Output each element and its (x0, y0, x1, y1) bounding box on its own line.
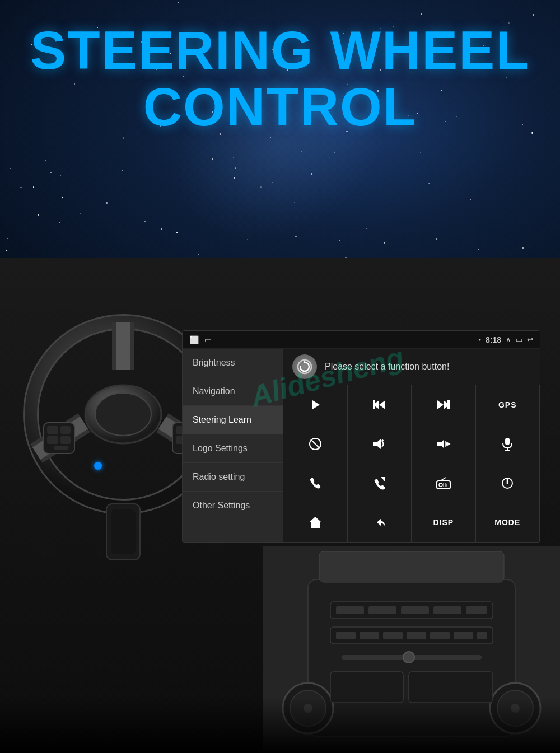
btn-mode[interactable]: MODE (476, 503, 540, 542)
svg-rect-63 (401, 606, 429, 614)
status-dot: ● (478, 337, 481, 342)
title-line1: STEERING WHEEL (0, 22, 560, 79)
status-bar: ⬜ ▭ ● 8:18 ∧ ▭ ↩ (183, 331, 540, 349)
svg-rect-53 (319, 551, 504, 582)
title-section: STEERING WHEEL CONTROL (0, 22, 560, 135)
right-panel: Please select a function button! (283, 349, 540, 542)
svg-marker-34 (373, 439, 381, 449)
svg-rect-11 (47, 426, 58, 434)
btn-vol-up[interactable]: + (348, 424, 412, 464)
btn-call[interactable] (283, 464, 348, 503)
btn-power[interactable] (476, 464, 540, 503)
recent-status-icon: ▭ (204, 335, 212, 344)
menu-item-steering-learn[interactable]: Steering Learn (183, 406, 283, 434)
svg-rect-61 (336, 606, 364, 614)
svg-rect-64 (433, 606, 461, 614)
refresh-icon[interactable] (292, 354, 317, 379)
svg-rect-12 (60, 426, 71, 434)
svg-rect-65 (466, 606, 487, 614)
svg-rect-73 (477, 632, 487, 639)
svg-rect-15 (54, 446, 68, 450)
svg-rect-70 (407, 632, 426, 639)
refresh-svg (297, 359, 312, 375)
svg-marker-25 (312, 400, 320, 409)
svg-rect-13 (47, 436, 58, 444)
status-up-arrow: ∧ (506, 335, 511, 344)
svg-rect-62 (368, 606, 396, 614)
btn-vol-down[interactable] (412, 424, 476, 464)
btn-play[interactable] (283, 385, 348, 424)
blue-indicator-light (94, 462, 102, 470)
svg-point-75 (403, 652, 414, 663)
svg-text:+: + (381, 438, 384, 443)
svg-rect-72 (454, 632, 473, 639)
ground-fade (0, 697, 560, 753)
svg-marker-29 (437, 400, 444, 409)
title-line2: CONTROL (0, 79, 560, 135)
home-status-icon: ⬜ (189, 335, 199, 344)
menu-item-navigation[interactable]: Navigation (183, 377, 283, 406)
svg-line-33 (311, 439, 320, 448)
svg-marker-36 (437, 439, 444, 448)
btn-prev[interactable] (348, 385, 412, 424)
main-title: STEERING WHEEL CONTROL (0, 22, 560, 135)
function-header: Please select a function button! (283, 349, 540, 385)
status-bar-right: ● 8:18 ∧ ▭ ↩ (478, 335, 533, 344)
menu-item-other-settings[interactable]: Other Settings (183, 492, 283, 520)
menu-item-brightness[interactable]: Brightness (183, 349, 283, 377)
svg-point-9 (95, 393, 151, 436)
menu-item-radio-setting[interactable]: Radio setting (183, 463, 283, 492)
btn-mic[interactable] (476, 424, 540, 464)
svg-rect-14 (60, 436, 71, 444)
btn-gps[interactable]: GPS (476, 385, 540, 424)
svg-rect-22 (111, 509, 136, 554)
screen-content: Brightness Navigation Steering Learn Log… (183, 349, 540, 542)
ui-screen: ⬜ ▭ ● 8:18 ∧ ▭ ↩ Brightness Navigation (182, 330, 540, 543)
btn-disp[interactable]: DISP (412, 503, 476, 542)
btn-radio[interactable] (412, 464, 476, 503)
svg-rect-68 (360, 632, 379, 639)
button-grid: GPS + (283, 385, 540, 542)
svg-marker-50 (310, 517, 321, 528)
status-time: 8:18 (486, 335, 501, 344)
function-header-text: Please select a function button! (325, 362, 449, 372)
svg-marker-26 (379, 400, 385, 409)
left-menu: Brightness Navigation Steering Learn Log… (183, 349, 283, 542)
status-window-icon: ▭ (516, 335, 522, 344)
svg-rect-71 (430, 632, 450, 639)
btn-next[interactable] (412, 385, 476, 424)
status-back-icon: ↩ (527, 335, 533, 344)
svg-rect-39 (505, 438, 510, 445)
menu-item-logo-settings[interactable]: Logo Settings (183, 434, 283, 463)
svg-point-43 (439, 483, 442, 487)
btn-back[interactable] (348, 503, 412, 542)
status-bar-left: ⬜ ▭ (189, 335, 212, 344)
svg-rect-67 (336, 632, 356, 639)
btn-call-rotate[interactable] (348, 464, 412, 503)
svg-rect-69 (383, 632, 403, 639)
btn-home[interactable] (283, 503, 348, 542)
btn-mute[interactable] (283, 424, 348, 464)
car-interior: ⬜ ▭ ● 8:18 ∧ ▭ ↩ Brightness Navigation (0, 258, 560, 753)
